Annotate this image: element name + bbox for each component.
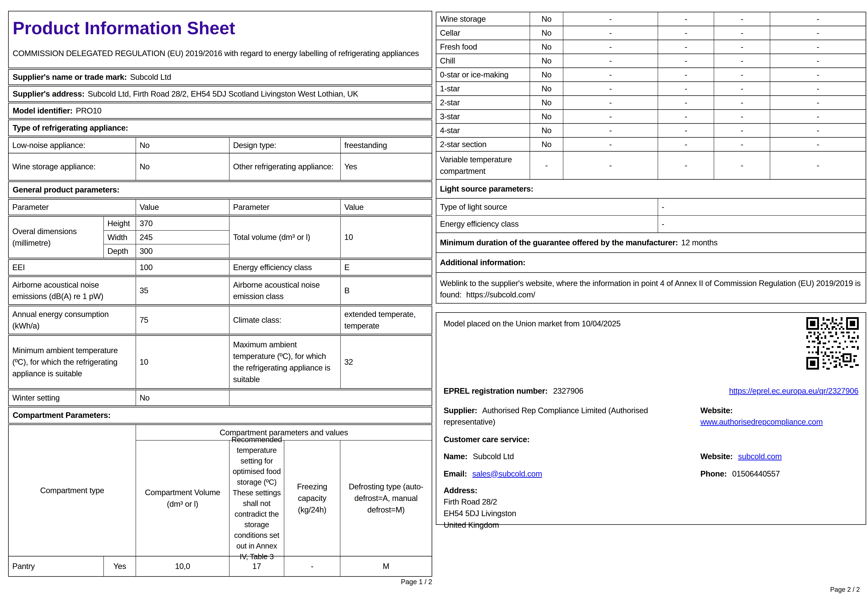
row-present: No xyxy=(530,40,563,53)
annual-energy-label: Annual energy consumption (kWh/a) xyxy=(9,306,136,334)
light-class-value: - xyxy=(658,215,866,232)
light-source-heading: Light source parameters: xyxy=(436,179,866,198)
care-email-label: Email: xyxy=(444,469,467,478)
dimensions-row: Overal dimensions (millimetre) Height 37… xyxy=(8,216,432,258)
dash-value: - xyxy=(563,26,658,40)
row-present: No xyxy=(530,109,563,123)
market-info-box: Model placed on the Union market from 10… xyxy=(436,312,866,525)
row-present: No xyxy=(530,26,563,40)
eprel-link[interactable]: https://eprel.ec.europa.eu/qr/2327906 xyxy=(729,386,858,395)
dash-value: - xyxy=(714,40,770,53)
row-present: No xyxy=(530,67,563,82)
supplier-website-link[interactable]: www.authorisedrepcompliance.com xyxy=(701,417,823,426)
design-type-label: Design type: xyxy=(229,138,340,153)
min-ambient-value: 10 xyxy=(136,336,229,388)
care-email-link[interactable]: sales@subcold.com xyxy=(473,469,542,478)
general-heading-row: General product parameters: xyxy=(8,181,432,198)
row-label: 3-star xyxy=(436,109,530,123)
freezing-capacity-header: Freezing capacity (kg/24h) xyxy=(284,440,340,556)
row-label: 2-star xyxy=(436,95,530,109)
supplier-name-row: Supplier's name or trade mark: Subcold L… xyxy=(8,69,432,85)
pantry-temp: 17 xyxy=(229,556,284,576)
pantry-volume: 10,0 xyxy=(136,556,229,576)
wine-appliance-label: Wine storage appliance: xyxy=(9,153,136,180)
care-website-row: Website: subcold.com xyxy=(701,451,782,462)
dash-value: - xyxy=(714,123,770,137)
weblink-row: Weblink to the supplier's website, where… xyxy=(436,272,866,303)
dash-value: - xyxy=(714,109,770,123)
care-website-label: Website: xyxy=(701,452,733,461)
dash-value: - xyxy=(563,151,658,179)
other-appliance-label: Other refrigerating appliance: xyxy=(229,153,340,180)
dash-value: - xyxy=(658,137,714,151)
supplier-address-value: Subcold Ltd, Firth Road 28/2, EH54 5DJ S… xyxy=(88,89,358,98)
noise-value: 35 xyxy=(136,277,229,304)
supplier-row: Supplier: Authorised Rep Compliance Limi… xyxy=(444,405,693,428)
supplier-label: Supplier: xyxy=(444,406,477,415)
eprel-value: 2327906 xyxy=(553,386,584,395)
care-phone-value: 01506440557 xyxy=(732,469,780,478)
type-table: Low-noise appliance: No Design type: fre… xyxy=(8,137,432,181)
row-label: Chill xyxy=(436,53,530,67)
dash-value: - xyxy=(563,67,658,82)
winter-setting-label: Winter setting xyxy=(9,390,136,405)
noise-class-label: Airborne acoustical noise emission class xyxy=(229,277,340,304)
compartment-table: Compartment type Compartment parameters … xyxy=(8,425,432,577)
supplier-name-label: Supplier's name or trade mark: xyxy=(13,73,127,82)
care-website-link[interactable]: subcold.com xyxy=(738,452,782,461)
dash-value: - xyxy=(658,12,714,26)
address-line-2: EH54 5DJ Livingston xyxy=(444,508,516,519)
page-1-footer: Page 1 / 2 xyxy=(8,578,432,586)
care-name-label: Name: xyxy=(444,452,467,461)
annual-energy-row: Annual energy consumption (kWh/a) 75 Cli… xyxy=(8,306,432,334)
page-2: Wine storage No - - - - Cellar No - - - … xyxy=(436,12,866,525)
dash-value: - xyxy=(563,40,658,53)
row-label: Fresh food xyxy=(436,40,530,53)
params-header-row: Parameter Value Parameter Value xyxy=(8,199,432,215)
guarantee-row: Minimum duration of the guarantee offere… xyxy=(436,232,866,252)
dash-value: - xyxy=(770,82,866,95)
max-ambient-label: Maximum ambient temperature (ºC), for wh… xyxy=(229,336,340,388)
noise-label: Airborne acoustical noise emissions (dB(… xyxy=(9,277,136,304)
model-identifier-value: PRO10 xyxy=(76,106,101,115)
energy-class-label: Energy efficiency class xyxy=(229,260,340,275)
dash-value: - xyxy=(714,82,770,95)
row-label: 0-star or ice-making xyxy=(436,67,530,82)
annual-energy-value: 75 xyxy=(136,306,229,334)
row-present: No xyxy=(530,123,563,137)
care-name-row: Name: Subcold Ltd xyxy=(444,451,514,462)
eei-row: EEI 100 Energy efficiency class E xyxy=(8,259,432,276)
pantry-present: Yes xyxy=(104,556,136,576)
dash-value: - xyxy=(658,123,714,137)
row-present: No xyxy=(530,12,563,26)
type-heading-row: Type of refrigerating appliance: xyxy=(8,120,432,136)
eprel-link-wrap: https://eprel.ec.europa.eu/qr/2327906 xyxy=(729,385,858,397)
dash-value: - xyxy=(770,109,866,123)
eprel-label: EPREL registration number: xyxy=(444,386,548,395)
page-1: Product Information Sheet COMMISSION DEL… xyxy=(8,11,432,577)
noise-class-value: B xyxy=(340,277,432,304)
care-phone-label: Phone: xyxy=(701,469,727,478)
defrosting-type-header: Defrosting type (auto-defrost=A, manual … xyxy=(340,440,432,556)
row-label: Cellar xyxy=(436,26,530,40)
pantry-defrost: M xyxy=(340,556,432,576)
dash-value: - xyxy=(658,82,714,95)
winter-setting-empty xyxy=(229,390,432,405)
dash-value: - xyxy=(563,82,658,95)
dash-value: - xyxy=(770,53,866,67)
total-volume-label: Total volume (dm³ or l) xyxy=(229,217,340,258)
row-label: Wine storage xyxy=(436,12,530,26)
eprel-row-left: EPREL registration number: 2327906 xyxy=(444,385,584,397)
row-present: No xyxy=(530,53,563,67)
row-present: No xyxy=(530,137,563,151)
page-2-footer: Page 2 / 2 xyxy=(436,586,860,593)
row-label: 2-star section xyxy=(436,137,530,151)
energy-class-value: E xyxy=(340,260,432,275)
param-header-1: Parameter xyxy=(9,199,136,215)
ambient-temp-row: Minimum ambient temperature (ºC), for wh… xyxy=(8,335,432,389)
dash-value: - xyxy=(770,67,866,82)
light-type-value: - xyxy=(658,198,866,215)
supplier-address-row: Supplier's address: Subcold Ltd, Firth R… xyxy=(8,86,432,102)
guarantee-value: 12 months xyxy=(681,238,718,247)
pantry-freezing: - xyxy=(284,556,340,576)
